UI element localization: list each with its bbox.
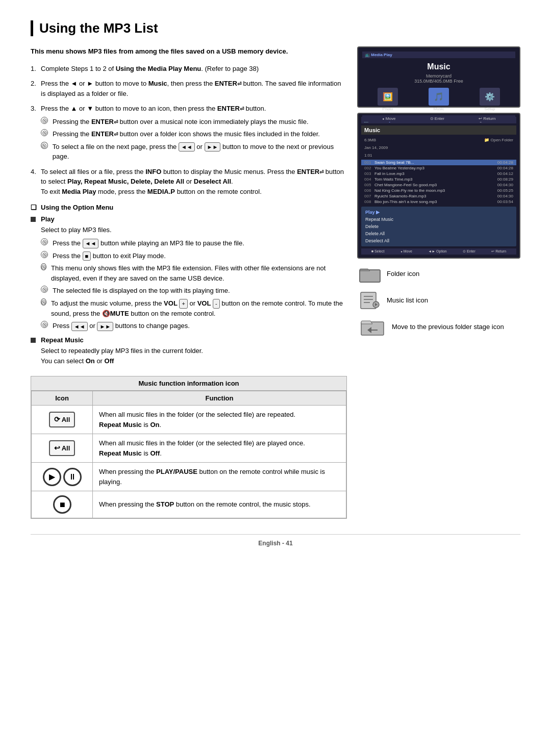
ml-row-6: 006 Nat King Cole-Fly me to the moon.mp3… bbox=[361, 188, 516, 193]
ml-row-5: 005 Chet Mangione-Feel So good.mp3 00:04… bbox=[361, 182, 516, 188]
play-desc: Select to play MP3 files. bbox=[41, 225, 347, 235]
option-menu-title: ❑ Using the Option Menu bbox=[31, 204, 347, 211]
repeat-extra: You can select On or Off bbox=[41, 356, 347, 366]
intro-text: This menu shows MP3 files from among the… bbox=[31, 46, 347, 57]
ml-row-3: 003 Fall in Love.mp3 00:04:12 bbox=[361, 171, 516, 177]
ml-side-menu: Play ▶ Repeat Music Delete Delete All De… bbox=[361, 207, 516, 246]
step3-note1: Ⓝ Pressing the ENTER⏎ button over a musi… bbox=[41, 117, 347, 127]
tv-icons-row: 🖼️ Photo 🎵 Music ⚙️ Setup bbox=[362, 88, 515, 111]
tv-photo-item: 🖼️ Photo bbox=[378, 88, 398, 111]
repeat-section: Repeat Music Select to repeatedly play M… bbox=[31, 336, 347, 366]
tv-music-icon-box: 🎵 bbox=[429, 88, 449, 106]
ml-date: Jan 14, 2009 bbox=[361, 144, 516, 151]
ml-header: Music bbox=[361, 125, 516, 135]
icon-cell-repeat-on: ⟳All bbox=[32, 406, 93, 434]
step-1: 1. Complete Steps 1 to 2 of Using the Me… bbox=[31, 64, 347, 74]
table-row: ⏹ When pressing the STOP button on the r… bbox=[32, 491, 346, 518]
table-row: ↩ All When all music files in the folder… bbox=[32, 434, 346, 463]
note-circle-icon: Ⓝ bbox=[41, 117, 48, 124]
step3-note2: Ⓝ Pressing the ENTER⏎ button over a fold… bbox=[41, 129, 347, 139]
play-note5: Ⓝ To adjust the music volume, press the … bbox=[41, 298, 347, 318]
tv-setup-label: Setup bbox=[485, 107, 495, 111]
col-function: Function bbox=[93, 391, 346, 406]
tv-screen-music-list: 📺 Media Play ◄◄ 1/1 Page ►► 00:00:00 Mus… bbox=[357, 113, 520, 259]
info-table-header: Music function information icon bbox=[31, 376, 346, 391]
tv-screen-music-main: 📺 Media Play Music Memorycard315.0MB/405… bbox=[357, 46, 520, 108]
note-circle-icon: Ⓝ bbox=[41, 142, 48, 149]
tv-photo-icon-box: 🖼️ bbox=[378, 88, 398, 106]
ml-row-8: 008 Bbo jon-This ain't a love song.mp3 0… bbox=[361, 199, 516, 205]
legend-folder: Folder icon bbox=[357, 264, 520, 284]
ml-row-2: 002 You Beatme Yesterday.mp3 00:04:28 bbox=[361, 165, 516, 171]
tv-logo: 📺 Media Play bbox=[365, 53, 392, 57]
ml-row-4: 004 Tom Waits Time.mp3 00:08:29 bbox=[361, 177, 516, 182]
play-pause-icons: ▶ ⏸ bbox=[38, 468, 86, 486]
tv-music-item: 🎵 Music bbox=[429, 88, 449, 111]
steps-list: 1. Complete Steps 1 to 2 of Using the Me… bbox=[31, 64, 347, 197]
svg-rect-0 bbox=[360, 270, 380, 282]
table-row: ▶ ⏸ When pressing the PLAY/PAUSE button … bbox=[32, 463, 346, 491]
music-list-legend-text: Music list icon bbox=[387, 296, 428, 305]
ml-bottom-bar: ■ Select⬥ Move◄► Option⊙ Enter↩ Return bbox=[361, 248, 516, 255]
ml-time: 1:01 bbox=[361, 152, 516, 159]
repeat-title: Repeat Music bbox=[31, 336, 347, 344]
icon-cell-repeat-off: ↩ All bbox=[32, 434, 93, 463]
step-4: 4. To select all files or a file, press … bbox=[31, 167, 347, 197]
function-cell-play-pause: When pressing the PLAY/PAUSE button on t… bbox=[93, 463, 346, 491]
tv-nav-bar: ⬥ Move⊙ Enter↩ Return bbox=[362, 115, 515, 122]
page-footer: English - 41 bbox=[31, 534, 520, 547]
step3-note3: Ⓝ To select a file on the next page, pre… bbox=[41, 142, 347, 162]
function-cell-stop: When pressing the STOP button on the rem… bbox=[93, 491, 346, 518]
bullet-icon bbox=[31, 217, 36, 222]
play-title: Play bbox=[31, 215, 347, 223]
tv-photo-label: Photo bbox=[383, 107, 393, 111]
play-note6: Ⓝ Press ◄◄ or ►► buttons to change pages… bbox=[41, 321, 347, 331]
icon-cell-stop: ⏹ bbox=[32, 491, 93, 518]
function-cell-repeat-off: When all music files in the folder (or t… bbox=[93, 434, 346, 463]
right-column: 📺 Media Play Music Memorycard315.0MB/405… bbox=[357, 46, 520, 519]
ml-row-7: 007 Ryuichi Sakamoto-Rain.mp3 00:04:30 bbox=[361, 193, 516, 199]
info-table-section: Music function information icon Icon Fun… bbox=[31, 376, 347, 519]
play-note4: Ⓝ The selected file is displayed on the … bbox=[41, 286, 347, 296]
tv-setup-icon-box: ⚙️ bbox=[480, 88, 500, 106]
legend-music-list: Music list icon bbox=[357, 290, 520, 311]
info-table: Icon Function ⟳All When all music files … bbox=[31, 391, 346, 518]
option-menu-section: ❑ Using the Option Menu Play Select to p… bbox=[31, 204, 347, 366]
step-2: 2. Press the ◄ or ► button to move to Mu… bbox=[31, 79, 347, 98]
tv-music-title: Music bbox=[362, 62, 515, 71]
table-row: ⟳All When all music files in the folder … bbox=[32, 406, 346, 434]
play-note2: Ⓝ Press the ■ button to exit Play mode. bbox=[41, 251, 347, 261]
bullet-icon2 bbox=[31, 338, 36, 343]
play-icon: ▶ bbox=[43, 468, 61, 486]
stop-icon: ⏹ bbox=[53, 495, 71, 514]
ml-row-1: 001 Swan Song beat 7B... 00:04:28 bbox=[361, 160, 516, 165]
icon-cell-play-pause: ▶ ⏸ bbox=[32, 463, 93, 491]
tv-sub-info: Memorycard315.0MB/405.0MB Free bbox=[362, 73, 515, 84]
ml-info: 6.9MB 📁 Open Folder bbox=[361, 137, 516, 143]
prev-folder-icon-box bbox=[357, 317, 388, 337]
pause-icon: ⏸ bbox=[63, 468, 82, 486]
folder-icon-box bbox=[357, 264, 383, 284]
repeat-on-badge: ⟳All bbox=[49, 412, 76, 427]
folder-icon-svg bbox=[359, 265, 381, 283]
play-section: Play Select to play MP3 files. Ⓝ Press t… bbox=[31, 215, 347, 331]
folder-legend-text: Folder icon bbox=[387, 269, 419, 279]
prev-folder-legend-text: Move to the previous folder stage icon bbox=[392, 322, 504, 332]
step-3: 3. Press the ▲ or ▼ button to move to an… bbox=[31, 104, 347, 162]
icon-legend: Folder icon Music list icon bbox=[357, 264, 520, 337]
col-icon: Icon bbox=[32, 391, 93, 406]
note-circle-icon: Ⓝ bbox=[41, 129, 48, 136]
play-note3: Ⓝ This menu only shows files with the MP… bbox=[41, 263, 347, 283]
tv-setup-item: ⚙️ Setup bbox=[480, 88, 500, 111]
tv-bar-top: 📺 Media Play bbox=[362, 52, 515, 58]
tv-music-label: Music bbox=[434, 107, 444, 111]
repeat-desc: Select to repeatedly play MP3 files in t… bbox=[41, 346, 347, 356]
repeat-off-badge: ↩ All bbox=[49, 440, 76, 456]
legend-prev-folder: Move to the previous folder stage icon bbox=[357, 317, 520, 337]
music-list-icon-svg bbox=[359, 291, 381, 310]
play-note1: Ⓝ Press the ◄◄ button while playing an M… bbox=[41, 238, 347, 248]
music-list-icon-box bbox=[357, 290, 383, 311]
function-cell-repeat-on: When all music files in the folder (or t… bbox=[93, 406, 346, 434]
prev-folder-icon-svg bbox=[359, 317, 386, 337]
page-title: Using the MP3 List bbox=[31, 20, 520, 36]
